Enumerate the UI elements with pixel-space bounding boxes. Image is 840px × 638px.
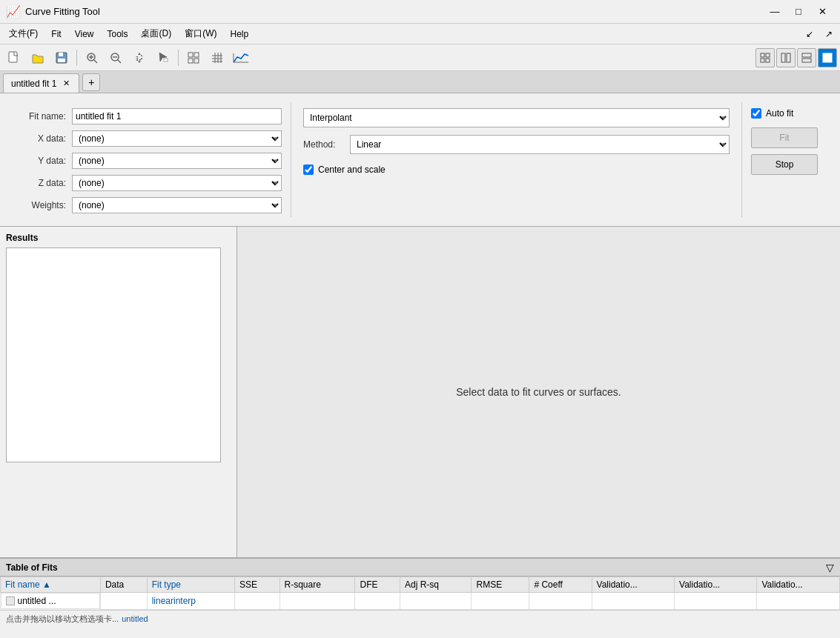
cell-v3 <box>757 593 840 610</box>
fits-table: Fit name ▲ Data Fit type SSE R-square DF… <box>0 576 840 610</box>
layout-dual-h-button[interactable] <box>776 48 796 67</box>
col-r-square[interactable]: R-square <box>280 577 355 593</box>
menu-fit[interactable]: Fit <box>45 27 67 41</box>
status-tab-label: untitled <box>122 614 148 623</box>
weights-select[interactable]: (none) <box>72 197 282 213</box>
x-data-label: X data: <box>18 133 66 144</box>
table-of-fits-header: Table of Fits ▽ <box>0 559 840 576</box>
y-data-select[interactable]: (none) <box>72 153 282 169</box>
svg-rect-31 <box>802 59 811 62</box>
fit-form: Fit name: X data: (none) Y data: (none) … <box>9 102 291 217</box>
maximize-button[interactable]: ↗ <box>821 26 837 42</box>
svg-rect-25 <box>766 53 770 57</box>
col-dfe[interactable]: DFE <box>355 577 400 593</box>
data-cursor-button[interactable] <box>152 47 174 68</box>
method-select[interactable]: Linear <box>350 135 730 154</box>
status-text: 点击并拖动以移动文档选项卡... <box>6 614 119 625</box>
app-icon: 📈 <box>6 4 21 19</box>
cell-data <box>100 593 147 610</box>
z-data-row: Z data: (none) <box>18 175 282 191</box>
fit-button[interactable]: Fit <box>751 127 818 148</box>
cell-dfe <box>355 593 400 610</box>
auto-fit-label[interactable]: Auto fit <box>766 108 793 119</box>
restore-button[interactable]: □ <box>787 2 810 21</box>
menu-file[interactable]: 文件(F) <box>3 26 44 41</box>
svg-rect-15 <box>194 59 199 63</box>
method-row: Method: Linear <box>303 135 730 154</box>
fits-table-header-row: Fit name ▲ Data Fit type SSE R-square DF… <box>1 577 840 593</box>
grid-view-button[interactable] <box>182 47 205 68</box>
menu-window[interactable]: 窗口(W) <box>179 26 222 41</box>
col-rmse[interactable]: RMSE <box>472 577 529 593</box>
cell-fit-name: untitled ... <box>1 593 100 609</box>
y-data-row: Y data: (none) <box>18 153 282 169</box>
pan-button[interactable] <box>128 47 151 68</box>
weights-label: Weights: <box>18 200 66 210</box>
col-sse[interactable]: SSE <box>235 577 280 593</box>
interpolant-row: Interpolant <box>303 108 730 127</box>
layout-dual-v-button[interactable] <box>797 48 816 67</box>
title-bar: 📈 Curve Fitting Tool — □ ✕ <box>0 0 840 24</box>
col-adj-r-sq[interactable]: Adj R-sq <box>400 577 472 593</box>
table-title: Table of Fits <box>6 562 58 573</box>
save-button[interactable] <box>50 47 73 68</box>
fit-name-input[interactable] <box>72 108 282 124</box>
new-button[interactable] <box>3 47 25 68</box>
table-container[interactable]: Fit name ▲ Data Fit type SSE R-square DF… <box>0 576 840 610</box>
fit-buttons-panel: Auto fit Fit Stop <box>742 102 831 217</box>
stop-button[interactable]: Stop <box>751 154 818 175</box>
close-button[interactable]: ✕ <box>810 2 834 21</box>
svg-rect-0 <box>9 52 17 62</box>
zoom-in-button[interactable] <box>81 47 103 68</box>
svg-line-9 <box>118 60 121 63</box>
table-of-fits-section: Table of Fits ▽ Fit name ▲ Data Fit type… <box>0 558 840 610</box>
interpolant-select[interactable]: Interpolant <box>303 108 730 127</box>
open-button[interactable] <box>27 47 49 68</box>
method-label: Method: <box>303 139 344 150</box>
status-bar: 点击并拖动以移动文档选项卡... untitled <box>0 610 840 628</box>
svg-line-5 <box>94 60 97 63</box>
col-validation-3[interactable]: Validatio... <box>757 577 840 593</box>
auto-fit-row: Auto fit <box>751 108 793 119</box>
svg-rect-30 <box>802 53 811 57</box>
layout-quad-button[interactable] <box>755 48 775 67</box>
auto-fit-checkbox[interactable] <box>751 108 761 119</box>
z-data-select-wrapper: (none) <box>72 175 282 191</box>
col-validation-1[interactable]: Validatio... <box>592 577 674 593</box>
zoom-out-button[interactable] <box>105 47 127 68</box>
menu-help[interactable]: Help <box>224 27 254 41</box>
x-data-select[interactable]: (none) <box>72 130 282 147</box>
row-icon <box>6 597 15 605</box>
col-fit-type[interactable]: Fit type <box>147 577 234 593</box>
y-data-select-wrapper: (none) <box>72 153 282 169</box>
menu-tools[interactable]: Tools <box>101 27 133 41</box>
cell-coeff <box>529 593 592 610</box>
minimize-button[interactable]: — <box>763 2 787 21</box>
z-data-label: Z data: <box>18 178 66 188</box>
col-coeff[interactable]: # Coeff <box>529 577 592 593</box>
cell-fit-type: linearinterp <box>147 593 234 610</box>
center-scale-checkbox[interactable] <box>303 165 314 175</box>
layout-single-button[interactable] <box>818 48 837 67</box>
tab-untitled-fit-1[interactable]: untitled fit 1 ✕ <box>3 73 79 93</box>
svg-rect-24 <box>761 53 764 57</box>
table-collapse-button[interactable]: ▽ <box>826 562 834 574</box>
col-data[interactable]: Data <box>100 577 147 593</box>
menu-bar-right: ↙ ↗ <box>801 26 837 42</box>
plot-button[interactable] <box>230 47 252 68</box>
new-tab-button[interactable]: + <box>82 73 100 91</box>
fit-name-label: Fit name: <box>18 111 66 122</box>
grid-button[interactable] <box>206 47 228 68</box>
undock-button[interactable]: ↙ <box>801 26 818 42</box>
menu-view[interactable]: View <box>69 27 100 41</box>
center-scale-label[interactable]: Center and scale <box>318 165 386 175</box>
z-data-select[interactable]: (none) <box>72 175 282 191</box>
plot-message: Select data to fit curves or surfaces. <box>456 386 621 398</box>
weights-select-wrapper: (none) <box>72 197 282 213</box>
table-row[interactable]: untitled ... linearinterp <box>1 593 840 610</box>
col-fit-name[interactable]: Fit name ▲ <box>1 577 101 593</box>
toolbar-right <box>755 48 837 67</box>
col-validation-2[interactable]: Validatio... <box>675 577 757 593</box>
menu-desktop[interactable]: 桌面(D) <box>135 26 177 41</box>
tab-close-button[interactable]: ✕ <box>61 79 71 89</box>
